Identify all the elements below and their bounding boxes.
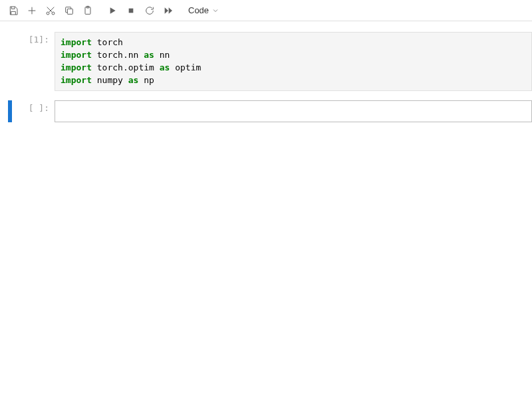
add-cell-button[interactable] — [24, 3, 40, 19]
svg-point-0 — [47, 12, 49, 15]
code-line: import torch — [61, 37, 526, 49]
chevron-down-icon — [211, 7, 219, 15]
code-line: import torch.nn as nn — [61, 49, 526, 62]
cut-button[interactable] — [43, 3, 59, 19]
code-cell[interactable]: [ ]: — [0, 99, 532, 124]
cell-prompt: [ ]: — [12, 100, 55, 122]
cell-type-select[interactable]: Code — [183, 3, 225, 19]
svg-rect-5 — [129, 8, 134, 13]
svg-point-1 — [52, 12, 55, 15]
restart-button[interactable] — [142, 3, 158, 19]
save-button[interactable] — [5, 3, 21, 19]
svg-rect-2 — [67, 9, 72, 14]
notebook-toolbar: Code — [0, 0, 532, 21]
code-line: import numpy as np — [61, 74, 526, 87]
cell-type-label: Code — [188, 5, 209, 15]
run-all-button[interactable] — [160, 3, 176, 19]
stop-button[interactable] — [123, 3, 139, 19]
code-line: import torch.optim as optim — [61, 62, 526, 74]
code-cell[interactable]: [1]:import torchimport torch.nn as nnimp… — [0, 31, 532, 92]
cell-prompt: [1]: — [12, 32, 55, 91]
code-line — [61, 105, 526, 118]
paste-button[interactable] — [80, 3, 96, 19]
notebook-cells-container: [1]:import torchimport torch.nn as nnimp… — [0, 21, 532, 124]
cell-input-area[interactable] — [55, 100, 532, 122]
run-button[interactable] — [104, 3, 120, 19]
cell-input-area[interactable]: import torchimport torch.nn as nnimport … — [55, 32, 532, 91]
copy-button[interactable] — [61, 3, 77, 19]
